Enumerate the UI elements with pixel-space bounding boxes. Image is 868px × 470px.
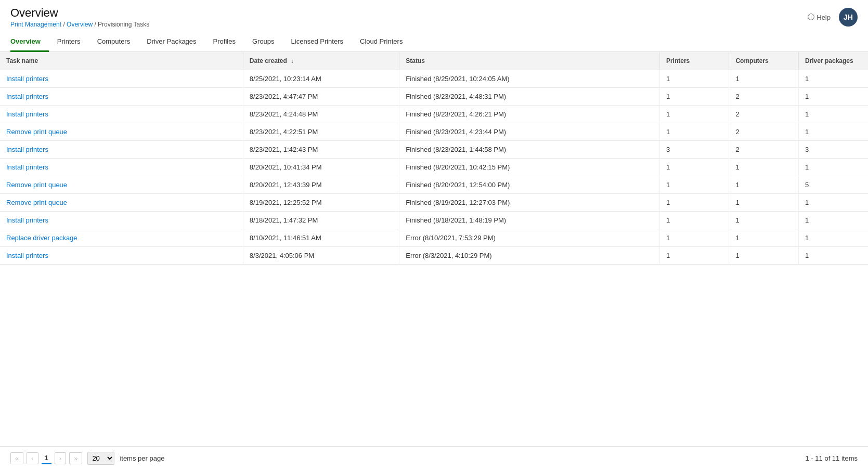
status-cell: Finished (8/23/2021, 4:48:31 PM) <box>399 88 660 106</box>
printers-cell: 1 <box>659 88 729 106</box>
task-link[interactable]: Replace driver package <box>6 234 77 242</box>
table-row: Install printers 8/18/2021, 1:47:32 PM F… <box>0 212 868 229</box>
date-cell: 8/10/2021, 11:46:51 AM <box>243 229 399 247</box>
computers-cell: 2 <box>729 141 799 159</box>
table-row: Remove print queue 8/20/2021, 12:43:39 P… <box>0 176 868 194</box>
task-link[interactable]: Install printers <box>6 252 48 259</box>
task-cell: Remove print queue <box>0 194 243 212</box>
header: Overview Print Management / Overview / P… <box>0 0 868 28</box>
status-cell: Error (8/3/2021, 4:10:29 PM) <box>399 247 660 265</box>
date-cell: 8/20/2021, 12:43:39 PM <box>243 176 399 194</box>
task-link[interactable]: Install printers <box>6 110 48 118</box>
help-button[interactable]: ⓘ Help <box>808 12 831 22</box>
tab-printers[interactable]: Printers <box>49 32 89 52</box>
computers-cell: 1 <box>729 247 799 265</box>
driver-packages-cell: 1 <box>798 212 868 229</box>
computers-cell: 1 <box>729 212 799 229</box>
tab-driver-packages[interactable]: Driver Packages <box>138 32 204 52</box>
date-cell: 8/3/2021, 4:05:06 PM <box>243 247 399 265</box>
date-cell: 8/25/2021, 10:23:14 AM <box>243 70 399 88</box>
computers-cell: 1 <box>729 70 799 88</box>
computers-cell: 1 <box>729 194 799 212</box>
status-cell: Finished (8/18/2021, 1:48:19 PM) <box>399 212 660 229</box>
printers-cell: 1 <box>659 159 729 176</box>
computers-cell: 2 <box>729 106 799 123</box>
task-cell: Install printers <box>0 88 243 106</box>
task-cell: Install printers <box>0 247 243 265</box>
table-row: Remove print queue 8/19/2021, 12:25:52 P… <box>0 194 868 212</box>
header-right: ⓘ Help JH <box>808 8 858 27</box>
breadcrumb-current: Provisioning Tasks <box>98 21 149 28</box>
status-cell: Finished (8/23/2021, 4:26:21 PM) <box>399 106 660 123</box>
printers-cell: 1 <box>659 194 729 212</box>
printers-cell: 3 <box>659 141 729 159</box>
driver-packages-cell: 1 <box>798 229 868 247</box>
task-cell: Install printers <box>0 159 243 176</box>
date-cell: 8/19/2021, 12:25:52 PM <box>243 194 399 212</box>
table-header-row: Task name Date created ↓ Status Printers… <box>0 52 868 70</box>
tasks-table: Task name Date created ↓ Status Printers… <box>0 52 868 265</box>
sort-down-icon: ↓ <box>291 58 294 64</box>
task-cell: Remove print queue <box>0 123 243 141</box>
tab-profiles[interactable]: Profiles <box>205 32 244 52</box>
tab-computers[interactable]: Computers <box>89 32 139 52</box>
help-circle-icon: ⓘ <box>808 12 814 22</box>
table-row: Install printers 8/23/2021, 4:24:48 PM F… <box>0 106 868 123</box>
table-row: Install printers 8/20/2021, 10:41:34 PM … <box>0 159 868 176</box>
tab-overview[interactable]: Overview <box>10 32 49 52</box>
computers-cell: 2 <box>729 88 799 106</box>
task-link[interactable]: Install printers <box>6 146 48 153</box>
driver-packages-cell: 1 <box>798 194 868 212</box>
printers-cell: 1 <box>659 106 729 123</box>
task-link[interactable]: Remove print queue <box>6 199 67 206</box>
breadcrumb: Print Management / Overview / Provisioni… <box>10 21 149 28</box>
col-header-driver-packages[interactable]: Driver packages <box>798 52 868 70</box>
task-cell: Install printers <box>0 106 243 123</box>
breadcrumb-print-management[interactable]: Print Management <box>10 21 61 28</box>
table-body: Install printers 8/25/2021, 10:23:14 AM … <box>0 70 868 265</box>
task-link[interactable]: Install printers <box>6 75 48 83</box>
table-row: Install printers 8/25/2021, 10:23:14 AM … <box>0 70 868 88</box>
printers-cell: 1 <box>659 247 729 265</box>
status-cell: Finished (8/23/2021, 1:44:58 PM) <box>399 141 660 159</box>
task-link[interactable]: Install printers <box>6 163 48 171</box>
tab-cloud-printers[interactable]: Cloud Printers <box>352 32 411 52</box>
page-title: Overview <box>10 6 149 20</box>
status-cell: Finished (8/23/2021, 4:23:44 PM) <box>399 123 660 141</box>
col-header-status[interactable]: Status <box>399 52 660 70</box>
driver-packages-cell: 1 <box>798 159 868 176</box>
status-cell: Finished (8/20/2021, 12:54:00 PM) <box>399 176 660 194</box>
avatar[interactable]: JH <box>839 8 858 27</box>
table-row: Replace driver package 8/10/2021, 11:46:… <box>0 229 868 247</box>
col-header-task[interactable]: Task name <box>0 52 243 70</box>
driver-packages-cell: 1 <box>798 247 868 265</box>
help-label: Help <box>817 14 831 21</box>
task-cell: Install printers <box>0 212 243 229</box>
nav-tabs: Overview Printers Computers Driver Packa… <box>0 32 868 52</box>
driver-packages-cell: 1 <box>798 70 868 88</box>
task-link[interactable]: Install printers <box>6 93 48 100</box>
breadcrumb-overview[interactable]: Overview <box>67 21 93 28</box>
col-header-printers[interactable]: Printers <box>659 52 729 70</box>
task-link[interactable]: Remove print queue <box>6 128 67 136</box>
computers-cell: 2 <box>729 123 799 141</box>
tab-groups[interactable]: Groups <box>244 32 283 52</box>
driver-packages-cell: 1 <box>798 88 868 106</box>
tab-licensed-printers[interactable]: Licensed Printers <box>283 32 352 52</box>
main-content: Task name Date created ↓ Status Printers… <box>0 52 868 265</box>
col-header-date[interactable]: Date created ↓ <box>243 52 399 70</box>
computers-cell: 1 <box>729 229 799 247</box>
computers-cell: 1 <box>729 176 799 194</box>
status-cell: Finished (8/19/2021, 12:27:03 PM) <box>399 194 660 212</box>
driver-packages-cell: 1 <box>798 123 868 141</box>
table-row: Install printers 8/23/2021, 1:42:43 PM F… <box>0 141 868 159</box>
driver-packages-cell: 3 <box>798 141 868 159</box>
date-cell: 8/23/2021, 1:42:43 PM <box>243 141 399 159</box>
driver-packages-cell: 1 <box>798 106 868 123</box>
driver-packages-cell: 5 <box>798 176 868 194</box>
header-left: Overview Print Management / Overview / P… <box>10 6 149 28</box>
task-link[interactable]: Remove print queue <box>6 181 67 189</box>
col-header-computers[interactable]: Computers <box>729 52 799 70</box>
task-link[interactable]: Install printers <box>6 216 48 224</box>
task-cell: Replace driver package <box>0 229 243 247</box>
